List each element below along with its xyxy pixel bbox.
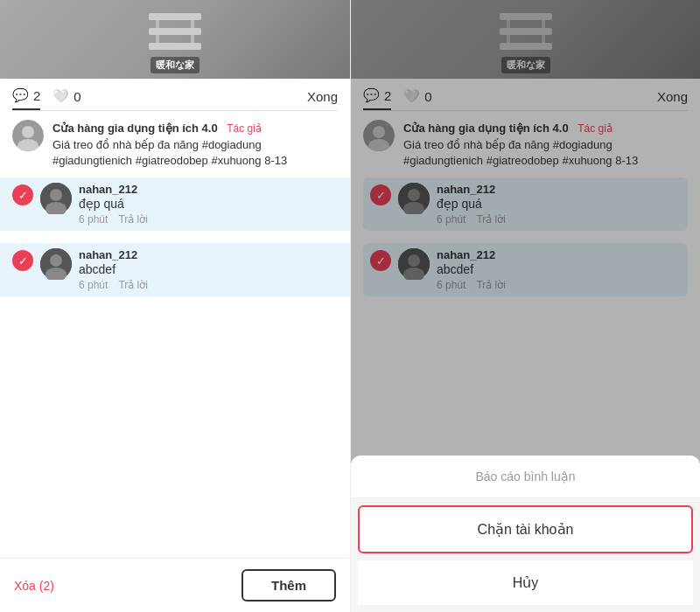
right-panel: 暖和な家 💬 2 🤍 0 Xong Cửa hàng gia dụng tiện… — [350, 0, 700, 612]
left-check-2: ✓ — [12, 250, 33, 271]
svg-point-8 — [22, 126, 34, 138]
modal-sheet: Báo cáo bình luận Chặn tài khoản Hủy — [351, 456, 700, 612]
left-comment-meta-2: 6 phút Trả lời — [79, 279, 338, 291]
left-author-text: Giá treo đồ nhà bếp đa năng #dogiadung #… — [52, 137, 338, 169]
left-comment-text-1: đẹp quá — [79, 197, 338, 211]
left-author-content: Cửa hàng gia dụng tiện ích 4.0 Tác giả G… — [52, 120, 338, 169]
left-check-1: ✓ — [12, 184, 33, 205]
left-comment-list: ✓ nahan_212 đẹp quá 6 phút Trả lời ✓ — [0, 177, 350, 558]
left-bottom-bar: Xóa (2) Thêm — [0, 558, 350, 612]
video-thumbnail: 暖和な家 — [0, 0, 350, 79]
svg-point-14 — [50, 254, 62, 267]
cancel-button[interactable]: Hủy — [358, 560, 693, 605]
left-comment-meta-1: 6 phút Trả lời — [79, 213, 338, 226]
left-comment-2[interactable]: ✓ nahan_212 abcdef 6 phút Trả lời — [0, 243, 350, 296]
left-comment-time-1: 6 phút — [79, 213, 108, 226]
svg-rect-4 — [191, 20, 194, 28]
svg-rect-0 — [149, 13, 201, 20]
left-comments-section: 💬 2 🤍 0 Xong Cửa hàng gia dụng tiện ích … — [0, 79, 350, 612]
left-comments-count: 2 — [33, 88, 40, 103]
svg-rect-6 — [191, 35, 194, 43]
svg-rect-3 — [156, 20, 159, 28]
left-author-tag: Tác giả — [227, 122, 262, 135]
left-author-post: Cửa hàng gia dụng tiện ích 4.0 Tác giả G… — [0, 111, 350, 177]
left-comment-content-1: nahan_212 đẹp quá 6 phút Trả lời — [79, 183, 338, 226]
left-close-button[interactable]: Xong — [307, 89, 338, 109]
svg-rect-1 — [149, 28, 201, 35]
left-author-avatar — [12, 120, 44, 151]
block-account-button[interactable]: Chặn tài khoản — [358, 505, 693, 553]
left-reply-2[interactable]: Trả lời — [118, 279, 148, 291]
left-panel: 暖和な家 💬 2 🤍 0 Xong Cửa hàng gia dụng tiện… — [0, 0, 350, 612]
left-delete-button[interactable]: Xóa (2) — [14, 579, 54, 593]
left-comment-content-2: nahan_212 abcdef 6 phút Trả lời — [79, 248, 338, 291]
left-username-1: nahan_212 — [79, 183, 338, 196]
left-author-name: Cửa hàng gia dụng tiện ích 4.0 — [52, 122, 218, 135]
video-label: 暖和な家 — [150, 57, 200, 73]
left-comments-header: 💬 2 🤍 0 Xong — [0, 79, 350, 110]
left-likes-count: 0 — [74, 89, 80, 104]
left-username-2: nahan_212 — [79, 248, 338, 261]
left-likes-tab[interactable]: 🤍 0 — [52, 88, 80, 109]
left-likes-icon: 🤍 — [52, 88, 69, 104]
left-avatar-2 — [40, 248, 72, 280]
svg-rect-5 — [156, 35, 159, 43]
left-comment-text-2: abcdef — [79, 262, 338, 276]
svg-point-11 — [50, 189, 62, 201]
left-comment-time-2: 6 phút — [79, 279, 108, 291]
left-comment-1[interactable]: ✓ nahan_212 đẹp quá 6 phút Trả lời — [0, 177, 350, 231]
modal-title: Báo cáo bình luận — [351, 456, 700, 498]
left-reply-1[interactable]: Trả lời — [118, 213, 148, 226]
left-avatar-1 — [40, 183, 72, 214]
left-comments-tab[interactable]: 💬 2 — [12, 87, 40, 110]
svg-rect-2 — [149, 43, 201, 50]
left-comments-icon: 💬 — [12, 87, 29, 103]
left-add-button[interactable]: Thêm — [242, 569, 336, 602]
